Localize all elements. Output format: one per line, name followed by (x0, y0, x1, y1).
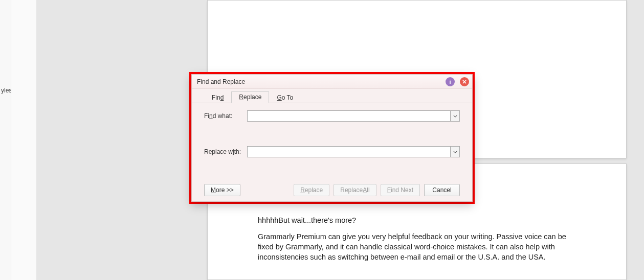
tab-find[interactable]: Find (204, 92, 231, 103)
doc-line-1[interactable]: hhhhhBut wait...there's more? (258, 215, 576, 225)
info-icon[interactable]: i (446, 77, 455, 86)
replace-with-combo[interactable] (247, 146, 460, 157)
chevron-down-icon (453, 151, 457, 153)
more-button[interactable]: More >> (204, 184, 240, 196)
left-panel (11, 0, 37, 280)
find-replace-dialog: Find and Replace i Find Replace Go To Fi… (191, 74, 473, 202)
row-find-what: Find what: (204, 110, 460, 122)
dialog-button-row: More >> Replace Replace All Find Next Ca… (204, 174, 460, 196)
chevron-down-icon (453, 115, 457, 118)
doc-paragraph-2[interactable]: Grammarly Premium can give you very help… (258, 231, 576, 262)
find-what-dropdown[interactable] (450, 111, 459, 121)
tab-replace[interactable]: Replace (231, 91, 269, 103)
tab-goto[interactable]: Go To (269, 92, 301, 103)
close-icon[interactable] (460, 77, 469, 86)
replace-with-input[interactable] (248, 147, 450, 157)
replace-with-dropdown[interactable] (450, 147, 459, 157)
label-find-what: Find what: (204, 112, 247, 120)
replace-button[interactable]: Replace (294, 184, 329, 196)
find-what-combo[interactable] (247, 110, 460, 122)
styles-pane-sliver: yles (0, 0, 11, 280)
dialog-body: Find what: Replace with: (192, 103, 472, 201)
row-replace-with: Replace with: (204, 146, 460, 157)
find-next-button[interactable]: Find Next (381, 184, 420, 196)
replace-all-button[interactable]: Replace All (334, 184, 376, 196)
dialog-title-bar[interactable]: Find and Replace i (192, 75, 472, 89)
right-button-group: Replace Replace All Find Next Cancel (294, 184, 460, 196)
dialog-tabs: Find Replace Go To (192, 89, 472, 103)
label-replace-with: Replace with: (204, 148, 247, 155)
cancel-button[interactable]: Cancel (424, 184, 460, 196)
find-what-input[interactable] (248, 111, 450, 121)
dialog-title: Find and Replace (197, 78, 245, 85)
styles-pane-label: yles (1, 87, 12, 94)
left-button-group: More >> (204, 184, 240, 196)
